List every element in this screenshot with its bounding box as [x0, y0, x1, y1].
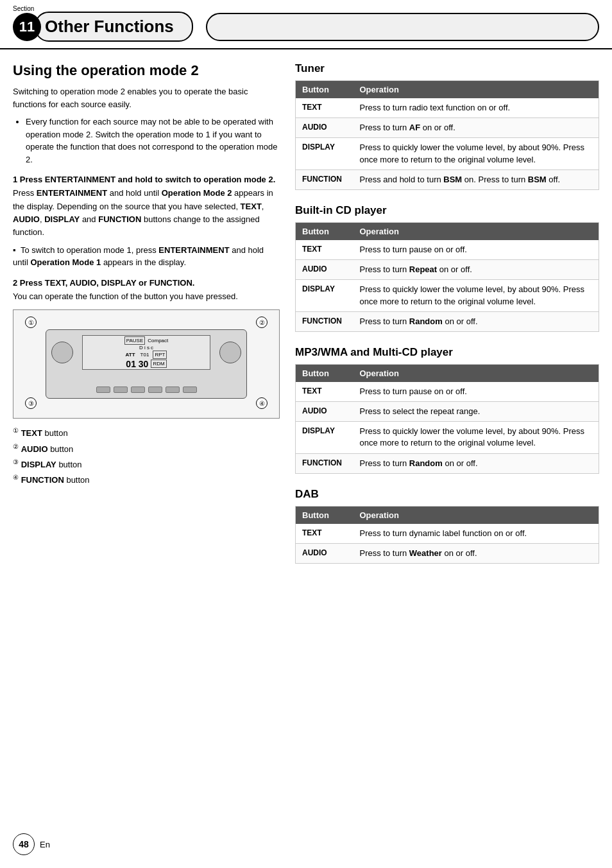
- device-illustration: ① ② ③ ④ PAUSE Compact D: [13, 309, 280, 419]
- step1-body: Press ENTERTAINMENT and hold until Opera…: [13, 187, 280, 239]
- table-row: AUDIO Press to turn AF on or off.: [296, 118, 599, 138]
- tuner-section: Tuner Button Operation TEXT Press to tur…: [295, 62, 599, 190]
- device-button-labels: ① TEXT button ② AUDIO button ③ DISPLAY b…: [13, 425, 280, 488]
- btn-label: DISPLAY: [296, 280, 353, 311]
- op-text: Press to turn Weather on or off.: [353, 544, 599, 564]
- btn-label: AUDIO: [296, 544, 353, 564]
- op-text: Press to turn Random on or off.: [353, 311, 599, 331]
- op-text: Press to turn pause on or off.: [353, 382, 599, 402]
- section-number: 11: [13, 13, 41, 41]
- device-label-3: ③: [25, 397, 37, 409]
- dab-col-operation: Operation: [353, 506, 599, 524]
- table-row: DISPLAY Press to quickly lower the volum…: [296, 280, 599, 311]
- tuner-col-operation: Operation: [353, 81, 599, 99]
- page-title: Other Functions: [35, 12, 193, 42]
- op-text: Press to turn pause on or off.: [353, 240, 599, 260]
- cd-col-button: Button: [296, 222, 353, 240]
- btn-label: AUDIO: [296, 402, 353, 422]
- table-row: FUNCTION Press to turn Random on or off.: [296, 453, 599, 473]
- btn-label: TEXT: [296, 524, 353, 544]
- table-row: AUDIO Press to turn Weather on or off.: [296, 544, 599, 564]
- left-column: Using the operation mode 2 Switching to …: [13, 49, 295, 578]
- op-text: Press to select the repeat range.: [353, 402, 599, 422]
- mp3wma-section: MP3/WMA and Multi-CD player Button Opera…: [295, 346, 599, 474]
- table-row: AUDIO Press to select the repeat range.: [296, 402, 599, 422]
- dab-col-button: Button: [296, 506, 353, 524]
- op-text: Press to quickly lower the volume level,…: [353, 280, 599, 311]
- op-text: Press to turn radio text function on or …: [353, 98, 599, 118]
- builtin-cd-section: Built-in CD player Button Operation TEXT…: [295, 204, 599, 332]
- op-text: Press to turn Random on or off.: [353, 453, 599, 473]
- dab-heading: DAB: [295, 488, 599, 501]
- op-text: Press to quickly lower the volume level,…: [353, 422, 599, 453]
- table-row: AUDIO Press to turn Repeat on or off.: [296, 260, 599, 280]
- btn-label: DISPLAY: [296, 138, 353, 169]
- op-text: Press to turn Repeat on or off.: [353, 260, 599, 280]
- table-row: FUNCTION Press and hold to turn BSM on. …: [296, 169, 599, 189]
- header-right-pill: [206, 13, 599, 41]
- main-heading: Using the operation mode 2: [13, 62, 280, 79]
- bullet-item: Every function for each source may not b…: [26, 116, 280, 166]
- device-label-4: ④: [256, 397, 268, 409]
- footer: 48 En: [13, 833, 50, 855]
- table-row: TEXT Press to turn pause on or off.: [296, 240, 599, 260]
- mp3wma-heading: MP3/WMA and Multi-CD player: [295, 346, 599, 359]
- table-row: TEXT Press to turn dynamic label functio…: [296, 524, 599, 544]
- table-row: TEXT Press to turn pause on or off.: [296, 382, 599, 402]
- table-row: FUNCTION Press to turn Random on or off.: [296, 311, 599, 331]
- device-screen: PAUSE Compact D i s c ATT T01 RPT 01 30 …: [82, 335, 210, 370]
- page-number: 48: [13, 833, 35, 855]
- btn-label: DISPLAY: [296, 422, 353, 453]
- builtin-cd-heading: Built-in CD player: [295, 204, 599, 217]
- tuner-table: Button Operation TEXT Press to turn radi…: [295, 80, 599, 190]
- tuner-heading: Tuner: [295, 62, 599, 75]
- table-row: DISPLAY Press to quickly lower the volum…: [296, 422, 599, 453]
- btn-label: AUDIO: [296, 260, 353, 280]
- mp3-col-operation: Operation: [353, 364, 599, 382]
- mp3wma-table: Button Operation TEXT Press to turn paus…: [295, 364, 599, 474]
- intro-text: Switching to operation mode 2 enables yo…: [13, 85, 280, 110]
- table-row: DISPLAY Press to quickly lower the volum…: [296, 138, 599, 169]
- mp3-col-button: Button: [296, 364, 353, 382]
- btn-label: TEXT: [296, 98, 353, 118]
- step2-body: You can operate the function of the butt…: [13, 290, 280, 303]
- op-text: Press and hold to turn BSM on. Press to …: [353, 169, 599, 189]
- table-row: TEXT Press to turn radio text function o…: [296, 98, 599, 118]
- btn-label: FUNCTION: [296, 311, 353, 331]
- builtin-cd-table: Button Operation TEXT Press to turn paus…: [295, 222, 599, 332]
- btn-label: TEXT: [296, 240, 353, 260]
- dab-table: Button Operation TEXT Press to turn dyna…: [295, 506, 599, 564]
- right-column: Tuner Button Operation TEXT Press to tur…: [295, 49, 599, 578]
- op-text: Press to turn dynamic label function on …: [353, 524, 599, 544]
- btn-label: AUDIO: [296, 118, 353, 138]
- dab-section: DAB Button Operation TEXT Press to turn …: [295, 488, 599, 564]
- op-text: Press to quickly lower the volume level,…: [353, 138, 599, 169]
- btn-label: FUNCTION: [296, 169, 353, 189]
- step1-note: ▪ To switch to operation mode 1, press E…: [13, 244, 280, 269]
- btn-label: FUNCTION: [296, 453, 353, 473]
- language-label: En: [40, 840, 50, 849]
- cd-col-operation: Operation: [353, 222, 599, 240]
- op-text: Press to turn AF on or off.: [353, 118, 599, 138]
- tuner-col-button: Button: [296, 81, 353, 99]
- device-label-1: ①: [25, 317, 37, 328]
- step2-heading: 2 Press TEXT, AUDIO, DISPLAY or FUNCTION…: [13, 278, 280, 288]
- section-label: Section: [13, 5, 34, 12]
- step1-heading: 1 Press ENTERTAINMENT and hold to switch…: [13, 175, 280, 184]
- btn-label: TEXT: [296, 382, 353, 402]
- device-label-2: ②: [256, 317, 268, 328]
